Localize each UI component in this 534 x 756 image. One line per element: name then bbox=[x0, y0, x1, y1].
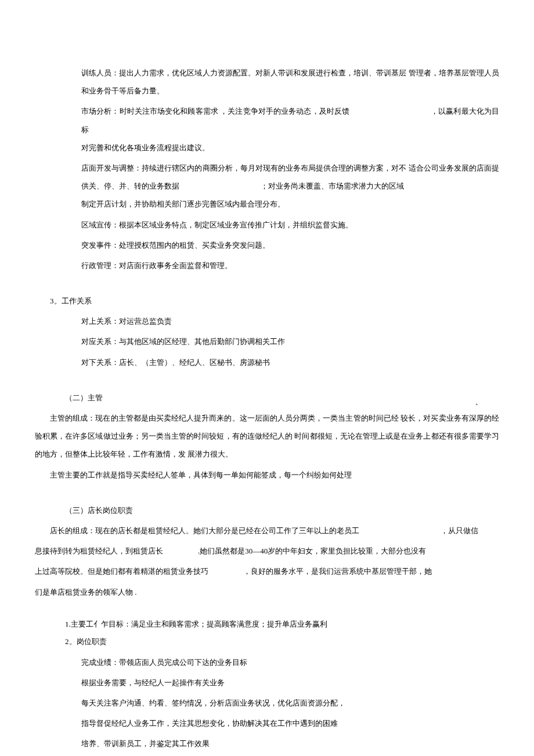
paragraph-training: 训练人员：提出人力需求，优化区域人力资源配置。对新人带训和发展进行检查，培训、带… bbox=[35, 64, 499, 100]
text-store-b: ；对业务尚未覆盖、市场需求潜力大的区域 bbox=[261, 182, 404, 190]
paragraph-zone: 区域宣传：根据本区域业务特点，制定区域业务宣传推广计划，并组织监督实施。 bbox=[35, 216, 499, 234]
paragraph-manager-compose: 店长的组成：现在的店长都是租赁经纪人。她们大部分是已经在公司工作了三年以上的老员… bbox=[35, 522, 499, 540]
text-mgr-2b: .她们虽然都是30—40岁的中年妇女，家里负担比较重，大部分也没有 bbox=[198, 547, 426, 555]
text-market-a: 市场分析：时时关注市场变化和顾客需求 ，关注竞争对手的业务动态，及时反馈 bbox=[81, 107, 349, 115]
duty-item-2: 根据业务需要，与经纪人一起操作有关业务 bbox=[35, 674, 499, 692]
footnote-mark: 。 bbox=[475, 395, 482, 410]
heading-supervisor: （二）主管 bbox=[35, 389, 499, 407]
heading-work-relations: 3。工作关系 bbox=[35, 292, 499, 310]
relation-down: 对下关系：店长、（主管）、经纪人、区秘书、房源秘书 bbox=[35, 353, 499, 371]
duty-item-3: 每天关注客户沟通、约看、签约情况，分析店面业务状况，优化店面资源分配， bbox=[35, 694, 499, 712]
text-mgr-2a: 息接待到转为租赁经纪人，到租赁店长 bbox=[35, 547, 163, 555]
paragraph-market: 市场分析：时时关注市场变化和顾客需求 ，关注竞争对手的业务动态，及时反馈，以赢利… bbox=[35, 102, 499, 157]
text-mgr-b: ，从只做信 bbox=[441, 526, 478, 535]
paragraph-manager-line4: 们是单店租赁业务的领军人物 . bbox=[35, 583, 499, 601]
paragraph-manager-line3: 上过高等院校。但是她们都有着精湛的租赁业务技巧，良好的服务水平，是我们运营系统中… bbox=[35, 562, 499, 580]
text-mgr-3b: ，良好的服务水平，是我们运营系统中基层管理干部，她 bbox=[243, 567, 432, 576]
text-store-c: 制定开店计划，并协助相关部门逐步完善区域内最合理分布。 bbox=[81, 195, 499, 213]
duty-item-1: 完成业绩：带领店面人员完成公司下达的业务目标 bbox=[35, 653, 499, 671]
duty-item-5: 培养、带训新员工，并鉴定其工作效果 bbox=[35, 735, 499, 753]
sub-heading-duties: 2。岗位职责 bbox=[35, 632, 499, 650]
text-market-c: 对完善和优化各项业务流程提出建议。 bbox=[81, 139, 499, 157]
paragraph-manager-line2: 息接待到转为租赁经纪人，到租赁店长.她们虽然都是30—40岁的中年妇女，家里负担… bbox=[35, 542, 499, 560]
paragraph-emergency: 突发事件：处理授权范围内的租赁、买卖业务突发问题。 bbox=[35, 236, 499, 254]
paragraph-supervisor-work: 主管主要的工作就是指导买卖经纪人签单，具体到每一单如何能签成，每一个纠纷如何处理 bbox=[35, 466, 499, 484]
text-mgr-3a: 上过高等院校。但是她们都有着精湛的租赁业务技巧 bbox=[35, 567, 208, 576]
relation-up: 对上关系：对运营总监负责 bbox=[35, 312, 499, 330]
duty-item-4: 指导督促经纪人业务工作，关注其思想变化，协助解决其在工作中遇到的困难 bbox=[35, 714, 499, 732]
paragraph-store: 店面开发与调整：持续进行辖区内的商圈分析，每月对现有的业务布局提供合理的调整方案… bbox=[35, 159, 499, 214]
paragraph-admin: 行政管理：对店面行政事务全面监督和管理。 bbox=[35, 256, 499, 274]
heading-store-manager: （三）店长岗位职责 bbox=[35, 501, 499, 519]
paragraph-supervisor-compose: 主管的组成：现在的主管都是由买卖经纪人提升而来的。这一层面的人员分两类，一类当主… bbox=[35, 409, 499, 464]
text-mgr-a: 店长的组成：现在的店长都是租赁经纪人。她们大部分是已经在公司工作了三年以上的老员… bbox=[50, 526, 359, 535]
relation-peer: 对应关系：与其他区域的区经理、其他后勤部门协调相关工作 bbox=[35, 332, 499, 350]
sub-heading-main-goal: 1.主要工亻乍目标：满足业主和顾客需求；提高顾客满意度；提升单店业务赢利 bbox=[35, 618, 499, 631]
